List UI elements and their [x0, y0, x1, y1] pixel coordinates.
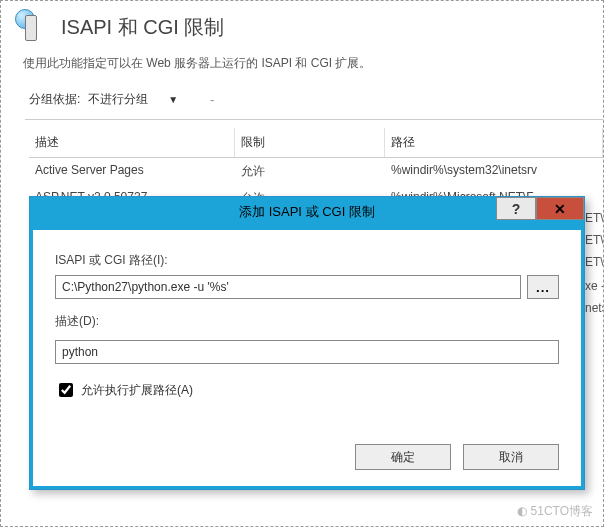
col-header-description[interactable]: 描述 — [29, 128, 235, 157]
description-input[interactable] — [55, 340, 559, 364]
group-by-combo[interactable]: 不进行分组 ▼ — [86, 90, 196, 109]
cell-restriction: 允许 — [235, 161, 385, 182]
ok-button[interactable]: 确定 — [355, 444, 451, 470]
allow-exec-label: 允许执行扩展路径(A) — [81, 382, 193, 399]
watermark: ◐ 51CTO博客 — [517, 503, 593, 520]
close-button[interactable]: ✕ — [536, 197, 584, 220]
dialog-titlebar[interactable]: 添加 ISAPI 或 CGI 限制 ? ✕ — [30, 197, 584, 227]
watermark-text: 51CTO博客 — [531, 504, 593, 518]
feature-icon — [15, 9, 51, 45]
watermark-icon: ◐ — [517, 504, 527, 518]
cancel-button[interactable]: 取消 — [463, 444, 559, 470]
col-header-restriction[interactable]: 限制 — [235, 128, 385, 157]
cell-path: %windir%\system32\inetsrv — [385, 161, 603, 182]
col-header-path[interactable]: 路径 — [385, 128, 603, 157]
obscured-text: netsrv — [585, 301, 604, 315]
obscured-text: ET\F — [585, 255, 604, 269]
help-button[interactable]: ? — [496, 197, 536, 220]
separator — [25, 119, 603, 120]
page-title: ISAPI 和 CGI 限制 — [61, 14, 224, 41]
path-label: ISAPI 或 CGI 路径(I): — [55, 252, 559, 269]
obscured-text: ET\F — [585, 233, 604, 247]
group-by-value: 不进行分组 — [88, 91, 148, 108]
cell-description: Active Server Pages — [29, 161, 235, 182]
allow-exec-checkbox[interactable] — [59, 383, 73, 397]
add-restriction-dialog: 添加 ISAPI 或 CGI 限制 ? ✕ ISAPI 或 CGI 路径(I):… — [29, 196, 585, 490]
description-label: 描述(D): — [55, 313, 559, 330]
page-description: 使用此功能指定可以在 Web 服务器上运行的 ISAPI 和 CGI 扩展。 — [1, 51, 603, 86]
toolbar-separator — [196, 93, 214, 107]
table-header: 描述 限制 路径 — [29, 128, 603, 158]
path-input[interactable] — [55, 275, 521, 299]
chevron-down-icon: ▼ — [168, 94, 178, 105]
browse-button[interactable]: ... — [527, 275, 559, 299]
table-row[interactable]: Active Server Pages 允许 %windir%\system32… — [29, 158, 603, 185]
group-by-label: 分组依据: — [29, 91, 80, 108]
obscured-text: ET\F — [585, 211, 604, 225]
obscured-text: xe -u — [585, 279, 604, 293]
